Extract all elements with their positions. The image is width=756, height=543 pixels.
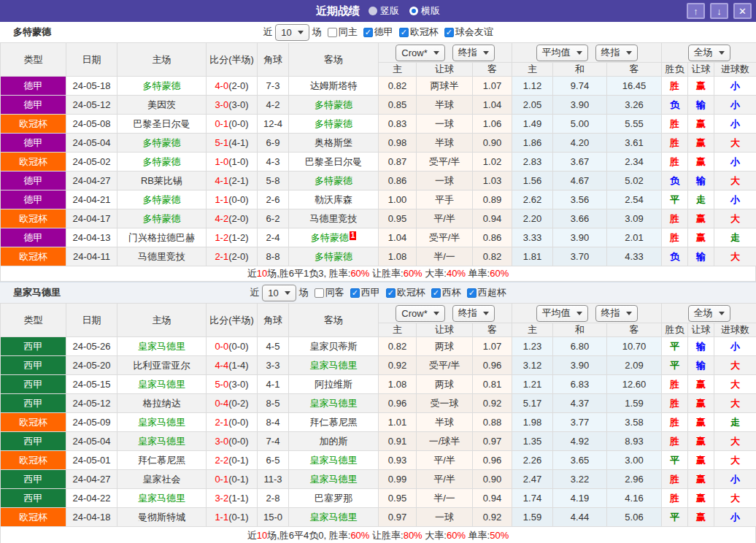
home-team-link[interactable]: 美因茨 [117,96,207,115]
competition-checkbox-0[interactable]: ✓西甲 [350,286,380,299]
scope-select[interactable]: 全场 [688,305,730,322]
score[interactable]: 3-0(0-0) [207,432,258,451]
result-goals: 小 [714,190,756,209]
score[interactable]: 0-1(0-1) [207,470,258,489]
home-team-link[interactable]: 拜仁慕尼黑 [117,451,207,470]
odds-handicap: 半/一 [417,247,473,266]
away-team-link[interactable]: 多特蒙德 [289,247,379,266]
competition-checkbox-2[interactable]: ✓西杯 [431,286,461,299]
home-team-link[interactable]: 多特蒙德 [117,190,207,209]
away-team-link[interactable]: 皇家马德里 [289,470,379,489]
score[interactable]: 1-2(1-2) [207,228,258,247]
bookmaker-select[interactable]: Crow* [396,305,444,322]
average-select[interactable]: 平均值 [536,305,588,322]
rank-badge: 1 [350,231,357,240]
score[interactable]: 2-2(0-1) [207,451,258,470]
close-button[interactable]: ✕ [733,3,752,19]
home-team-link[interactable]: 马德里竞技 [117,247,207,266]
recent-label: 近 [250,286,259,299]
odds-home: 1.08 [379,375,417,394]
summary-segment: 场,胜6平1负3, 胜率: [267,268,350,279]
away-team-link[interactable]: 巴塞罗那 [289,489,379,508]
away-team-link[interactable]: 奥格斯堡 [289,134,379,153]
score[interactable]: 0-0(0-0) [207,337,258,356]
away-team-link[interactable]: 皇家贝蒂斯 [289,337,379,356]
score[interactable]: 5-1(4-1) [207,134,258,153]
home-team-link[interactable]: 多特蒙德 [117,134,207,153]
home-team-link[interactable]: 多特蒙德 [117,209,207,228]
away-team-link[interactable]: 巴黎圣日尔曼 [289,153,379,172]
away-team-link[interactable]: 皇家马德里 [289,451,379,470]
home-team-link[interactable]: 皇家马德里 [117,489,207,508]
score[interactable]: 3-0(3-0) [207,96,258,115]
average-select[interactable]: 平均值 [536,45,588,61]
away-team-link[interactable]: 皇家马德里 [289,356,379,375]
home-team-link[interactable]: 皇家马德里 [117,337,207,356]
scope-select[interactable]: 全场 [688,45,730,61]
home-team-link[interactable]: 皇家马德里 [117,432,207,451]
home-team-link[interactable]: RB莱比锡 [117,172,207,190]
home-team-link[interactable]: 多特蒙德 [117,153,207,172]
match-date: 24-05-08 [66,115,117,134]
odds-final-select[interactable]: 终指 [452,305,495,322]
home-team-link[interactable]: 巴黎圣日尔曼 [117,115,207,134]
home-team-link[interactable]: 皇家马德里 [117,375,207,394]
score[interactable]: 5-0(3-0) [207,375,258,394]
avg-final-select[interactable]: 终指 [595,45,638,61]
score[interactable]: 2-1(0-0) [207,413,258,432]
league-badge: 西甲 [1,489,66,508]
score[interactable]: 3-2(1-1) [207,489,258,508]
home-team-link[interactable]: 曼彻斯特城 [117,508,207,527]
away-team-link[interactable]: 多特蒙德 [289,172,379,190]
away-team-link[interactable]: 加的斯 [289,432,379,451]
competition-checkbox-0[interactable]: ✓德甲 [363,26,393,39]
match-count-select[interactable]: 10 [262,285,296,301]
away-team-link[interactable]: 勒沃库森 [289,190,379,209]
competition-checkbox-2[interactable]: ✓球会友谊 [444,26,493,39]
score[interactable]: 0-1(0-0) [207,115,258,134]
score[interactable]: 1-0(1-0) [207,153,258,172]
away-team-link[interactable]: 皇家马德里 [289,508,379,527]
away-team-link[interactable]: 皇家马德里 [289,394,379,413]
result-goals: 小 [714,470,756,489]
competition-checkbox-1[interactable]: ✓欧冠杯 [399,26,439,39]
away-team-link[interactable]: 马德里竞技 [289,209,379,228]
score[interactable]: 4-2(2-0) [207,209,258,228]
odds-final-select[interactable]: 终指 [452,45,495,61]
home-team-link[interactable]: 皇家社会 [117,470,207,489]
away-team-link[interactable]: 拜仁慕尼黑 [289,413,379,432]
competition-checkbox-3[interactable]: ✓西超杯 [467,286,506,299]
result-outcome: 胜 [662,209,688,228]
move-down-button[interactable]: ↓ [710,3,728,19]
view-option-vertical[interactable]: 竖版 [369,4,399,18]
away-team-link[interactable]: 多特蒙德1 [289,228,379,247]
home-team-link[interactable]: 比利亚雷亚尔 [117,356,207,375]
home-team-link[interactable]: 格拉纳达 [117,394,207,413]
away-team-link[interactable]: 阿拉维斯 [289,375,379,394]
move-up-button[interactable]: ↑ [687,3,705,19]
away-team-link[interactable]: 多特蒙德 [289,115,379,134]
match-count-select[interactable]: 10 [275,24,309,41]
competition-checkbox-1[interactable]: ✓欧冠杯 [386,286,425,299]
away-team-link[interactable]: 达姆斯塔特 [289,77,379,96]
same-venue-checkbox[interactable]: 同主 [328,26,358,39]
home-team-link[interactable]: 门兴格拉德巴赫 [117,228,207,247]
score[interactable]: 2-1(2-0) [207,247,258,266]
home-team-link[interactable]: 多特蒙德 [117,77,207,96]
bookmaker-select[interactable]: Crow* [396,45,444,61]
same-venue-checkbox[interactable]: 同客 [315,286,344,299]
league-badge: 德甲 [1,77,66,96]
score[interactable]: 4-1(2-1) [207,172,258,190]
avg-final-select[interactable]: 终指 [595,305,638,322]
checkbox-icon: ✓ [444,28,454,37]
away-team-link[interactable]: 多特蒙德 [289,96,379,115]
view-option-horizontal[interactable]: 横版 [409,4,440,18]
home-team-link[interactable]: 皇家马德里 [117,413,207,432]
score[interactable]: 4-4(1-4) [207,356,258,375]
score[interactable]: 1-1(0-0) [207,190,258,209]
odds-handicap: 一球 [417,115,473,134]
score[interactable]: 1-1(0-1) [207,508,258,527]
avg-away: 2.09 [607,356,662,375]
score[interactable]: 4-0(2-0) [207,77,258,96]
score[interactable]: 0-4(0-2) [207,394,258,413]
